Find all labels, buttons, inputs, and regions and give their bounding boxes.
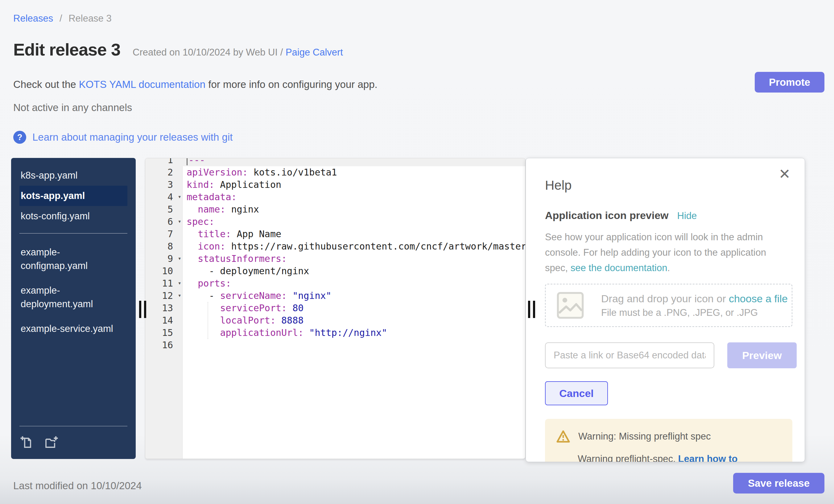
code-line[interactable]: 2apiVersion: kots.io/v1beta1 bbox=[145, 166, 525, 179]
code-line[interactable]: 12▾ - serviceName: "nginx" bbox=[145, 290, 525, 302]
yaml-editor[interactable]: 1---2apiVersion: kots.io/v1beta13kind: A… bbox=[145, 158, 526, 459]
sidebar-resize-handle[interactable] bbox=[139, 301, 146, 318]
code-text: ports: bbox=[182, 277, 525, 290]
fold-toggle-icon[interactable]: ▾ bbox=[178, 216, 181, 227]
code-line[interactable]: 11▾ ports: bbox=[145, 277, 525, 290]
page-title: Edit release 3 bbox=[13, 40, 120, 60]
file-item-example-configmap.yaml[interactable]: example-configmap.yaml bbox=[19, 242, 127, 276]
icon-url-row: Preview bbox=[545, 342, 797, 368]
line-number: 3 bbox=[145, 179, 182, 191]
created-info: Created on 10/10/2024 by Web UI / Paige … bbox=[133, 47, 343, 58]
line-number: 11▾ bbox=[145, 277, 182, 290]
add-folder-icon[interactable] bbox=[44, 434, 59, 449]
sidebar-footer bbox=[19, 426, 127, 449]
code-line[interactable]: 5 name: nginx bbox=[145, 203, 525, 216]
dropzone-prompt: Drag and drop your icon or bbox=[601, 293, 729, 304]
icon-preview-section-header: Application icon preview Hide bbox=[545, 210, 797, 221]
author-link[interactable]: Paige Calvert bbox=[286, 47, 343, 58]
code-text: --- bbox=[182, 158, 525, 166]
file-group: k8s-app.yamlkots-app.yamlkots-config.yam… bbox=[19, 165, 127, 226]
breadcrumb-separator: / bbox=[60, 13, 62, 24]
code-text: applicationUrl: "http://nginx" bbox=[182, 327, 525, 339]
cancel-button[interactable]: Cancel bbox=[545, 381, 608, 405]
fold-toggle-icon[interactable]: ▾ bbox=[178, 277, 181, 289]
code-line[interactable]: 13 servicePort: 80 bbox=[145, 302, 525, 314]
choose-file-link[interactable]: choose a file bbox=[729, 293, 788, 304]
line-number: 1 bbox=[145, 158, 182, 166]
image-placeholder-icon bbox=[556, 291, 585, 320]
kots-yaml-docs-link[interactable]: KOTS YAML documentation bbox=[79, 79, 205, 90]
line-number: 5 bbox=[145, 203, 182, 216]
icon-preview-description: See how your application icon will look … bbox=[545, 229, 786, 276]
code-text: name: nginx bbox=[182, 203, 525, 216]
promote-button[interactable]: Promote bbox=[755, 72, 825, 92]
line-number: 9▾ bbox=[145, 253, 182, 265]
code-line[interactable]: 10 - deployment/nginx bbox=[145, 265, 525, 277]
code-text: - serviceName: "nginx" bbox=[182, 290, 525, 302]
title-row: Edit release 3 Created on 10/10/2024 by … bbox=[13, 40, 343, 60]
file-item-kots-config.yaml[interactable]: kots-config.yaml bbox=[19, 206, 127, 226]
line-number: 4▾ bbox=[145, 191, 182, 203]
code-text: metadata: bbox=[182, 191, 525, 203]
warning-title: Warning: Missing preflight spec bbox=[578, 431, 711, 442]
file-item-kots-app.yaml[interactable]: kots-app.yaml bbox=[19, 186, 127, 206]
help-panel: ✕ Help Application icon preview Hide See… bbox=[526, 158, 805, 462]
code-line[interactable]: 1--- bbox=[145, 158, 525, 166]
icon-dropzone[interactable]: Drag and drop your icon or choose a file… bbox=[545, 284, 792, 327]
code-line[interactable]: 9▾ statusInformers: bbox=[145, 253, 525, 265]
code-line[interactable]: 7 title: App Name bbox=[145, 228, 525, 240]
description-suffix: . bbox=[667, 262, 670, 273]
code-text: icon: https://raw.githubusercontent.com/… bbox=[182, 240, 525, 253]
line-number: 15 bbox=[145, 327, 182, 339]
warning-banner: Warning: Missing preflight spec Warning … bbox=[545, 419, 792, 462]
preview-button[interactable]: Preview bbox=[727, 342, 797, 368]
file-item-k8s-app.yaml[interactable]: k8s-app.yaml bbox=[19, 165, 127, 186]
file-item-example-deployment.yaml[interactable]: example-deployment.yaml bbox=[19, 280, 127, 314]
line-number: 16 bbox=[145, 339, 182, 351]
code-line[interactable]: 8 icon: https://raw.githubusercontent.co… bbox=[145, 240, 525, 253]
code-text bbox=[182, 339, 525, 351]
save-release-button[interactable]: Save release bbox=[733, 473, 825, 494]
see-documentation-link[interactable]: see the documentation bbox=[571, 262, 667, 273]
dropzone-hint: File must be a .PNG, .JPEG, or .JPG bbox=[601, 307, 788, 318]
code-line[interactable]: 14 localPort: 8888 bbox=[145, 314, 525, 327]
code-text: statusInformers: bbox=[182, 253, 525, 265]
icon-preview-title: Application icon preview bbox=[545, 210, 669, 221]
warning-detail: Warning preflight-spec.Learn how to conf… bbox=[556, 454, 781, 462]
line-number: 10 bbox=[145, 265, 182, 277]
code-line[interactable]: 16 bbox=[145, 339, 525, 351]
line-number: 2 bbox=[145, 166, 182, 179]
line-number: 12▾ bbox=[145, 290, 182, 302]
file-tree: k8s-app.yamlkots-app.yamlkots-config.yam… bbox=[19, 165, 127, 339]
line-number: 13 bbox=[145, 302, 182, 314]
code-line[interactable]: 15 applicationUrl: "http://nginx" bbox=[145, 327, 525, 339]
created-text: Created on 10/10/2024 by Web UI / bbox=[133, 47, 283, 58]
hide-link[interactable]: Hide bbox=[677, 210, 697, 221]
fold-toggle-icon[interactable]: ▾ bbox=[178, 290, 181, 301]
help-panel-title: Help bbox=[545, 178, 797, 193]
code-text: title: App Name bbox=[182, 228, 525, 240]
docs-hint-pre: Check out the bbox=[13, 79, 79, 90]
last-modified-text: Last modified on 10/10/2024 bbox=[13, 480, 141, 492]
code-text: servicePort: 80 bbox=[182, 302, 525, 314]
help-panel-resize-handle[interactable] bbox=[528, 301, 535, 318]
breadcrumb: Releases / Release 3 bbox=[13, 13, 112, 24]
code-line[interactable]: 6▾spec: bbox=[145, 216, 525, 228]
icon-url-input[interactable] bbox=[545, 342, 714, 368]
close-icon[interactable]: ✕ bbox=[778, 167, 791, 181]
file-item-example-service.yaml[interactable]: example-service.yaml bbox=[19, 319, 127, 339]
code-line[interactable]: 4▾metadata: bbox=[145, 191, 525, 203]
git-help-row: ? Learn about managing your releases wit… bbox=[13, 131, 233, 144]
add-file-icon[interactable] bbox=[19, 434, 34, 449]
file-tree-sidebar: k8s-app.yamlkots-app.yamlkots-config.yam… bbox=[11, 158, 136, 459]
file-group: example-configmap.yamlexample-deployment… bbox=[19, 233, 127, 339]
breadcrumb-releases-link[interactable]: Releases bbox=[13, 13, 53, 24]
code-line[interactable]: 3kind: Application bbox=[145, 179, 525, 191]
fold-toggle-icon[interactable]: ▾ bbox=[178, 191, 181, 203]
git-releases-link[interactable]: Learn about managing your releases with … bbox=[32, 131, 233, 143]
line-number: 6▾ bbox=[145, 216, 182, 228]
fold-toggle-icon[interactable]: ▾ bbox=[178, 253, 181, 264]
line-number: 14 bbox=[145, 314, 182, 327]
code-area[interactable]: 1---2apiVersion: kots.io/v1beta13kind: A… bbox=[145, 158, 525, 351]
indent-guide bbox=[207, 302, 208, 339]
